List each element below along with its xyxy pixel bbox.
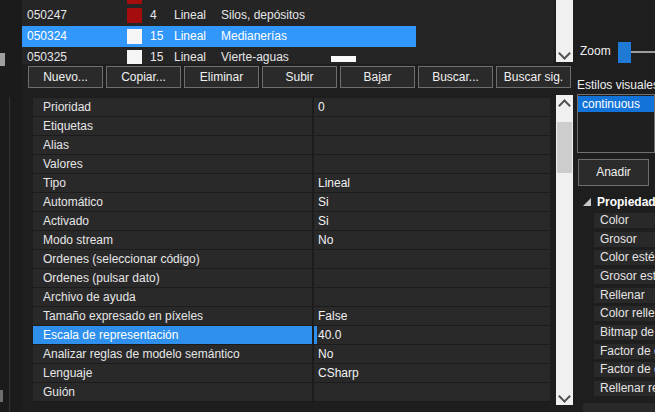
property-label: Etiquetas [33,117,314,135]
tree-item[interactable]: Bitmap de [594,325,655,340]
property-row[interactable]: Ordenes (pulsar dato) [33,269,550,288]
toolbar-button-eliminar[interactable]: Eliminar [184,66,259,88]
layer-name: Silos, depósitos [221,5,305,26]
property-value: Si [314,193,550,211]
layer-code: 050325 [27,47,67,64]
property-row[interactable]: Ordenes (seleccionar código) [33,250,550,269]
layer-list[interactable]: 0502474LinealSilos, depósitos05032415Lin… [22,0,554,64]
toolbar-button-copiar[interactable]: Copiar... [106,66,181,88]
property-label: Archivo de ayuda [33,288,314,306]
property-value: No [314,345,550,363]
layer-list-row[interactable]: 05032415LinealMedianerías [22,26,554,47]
layer-width: 4 [150,5,157,26]
property-row[interactable]: AutomáticoSi [33,193,550,212]
listbox-item[interactable]: continuous [578,96,654,112]
layer-width: 15 [150,47,163,64]
left-edge-divider [9,97,10,412]
layer-type: Lineal [174,47,206,64]
property-value [314,117,550,135]
property-row[interactable]: Prioridad0 [33,98,550,117]
toolbar-button-nuevo[interactable]: Nuevo... [28,66,103,88]
layer-color-swatch [127,8,142,23]
layer-type: Lineal [174,26,206,47]
tree-item[interactable]: Color estér [594,250,655,265]
property-row[interactable]: ActivadoSi [33,212,550,231]
left-edge-mark [0,390,3,402]
toolbar-button-buscar[interactable]: Buscar... [418,66,493,88]
property-value [314,136,550,154]
property-row[interactable]: LenguajeCSharp [33,364,550,383]
layer-width: 15 [150,26,163,47]
property-value: False [314,307,550,325]
toolbar-button-buscar-sig[interactable]: Buscar sig. [496,66,571,88]
layer-name: Vierte-aguas [221,47,289,64]
layer-list-row[interactable]: 0502474LinealSilos, depósitos [22,5,554,26]
toolbar-button-subir[interactable]: Subir [262,66,337,88]
tree-item[interactable]: Color [594,213,655,228]
visual-styles-listbox[interactable]: continuous [577,94,655,153]
property-value [314,155,550,173]
tree-item[interactable]: Grosor [594,232,655,247]
horizontal-scrollbar-thumb[interactable] [331,56,356,62]
property-value [314,383,550,401]
property-row[interactable]: Valores [33,155,550,174]
tree-item[interactable]: Rellenar re [594,381,655,396]
property-label: Activado [33,212,314,230]
scrollbar-thumb[interactable] [557,122,572,173]
property-grid-scrollbar[interactable] [556,95,573,405]
zoom-slider-track[interactable] [631,51,655,53]
properties-tree: ColorGrosorColor estérGrosor estéRellena… [594,213,655,395]
property-row[interactable]: Analizar reglas de modelo semánticoNo [33,345,550,364]
property-label: Lenguaje [33,364,314,382]
property-value: Si [314,212,550,230]
tree-item[interactable]: Rellenar [594,288,655,303]
scroll-up-icon[interactable] [558,99,571,112]
property-row[interactable]: Archivo de ayuda [33,288,550,307]
property-grid[interactable]: Prioridad0EtiquetasAliasValoresTipoLinea… [33,98,550,402]
property-row[interactable]: Guión [33,383,550,402]
layer-name: Medianerías [221,26,287,47]
property-row[interactable]: Alias [33,136,550,155]
layer-list-rows: 0502474LinealSilos, depósitos05032415Lin… [22,5,554,64]
property-value: 0 [314,98,550,116]
zoom-slider-handle[interactable] [618,42,631,63]
bottom-right-partial-row [583,403,655,412]
property-label: Tamaño expresado en píxeles [33,307,314,325]
layer-list-row[interactable]: 05032515LinealVierte-aguas [22,47,554,64]
property-label: Prioridad [33,98,314,116]
layer-list-scrollbar[interactable] [556,0,573,62]
property-row[interactable]: Etiquetas [33,117,550,136]
left-edge-scroll-fragment [0,53,5,66]
property-value: No [314,231,550,249]
property-label: Ordenes (pulsar dato) [33,269,314,287]
layer-color-swatch [127,29,142,44]
scroll-down-icon[interactable] [558,47,571,60]
tree-item[interactable]: Factor de e [594,344,655,359]
left-edge-panel [0,0,22,412]
property-label: Alias [33,136,314,154]
property-label: Ordenes (seleccionar código) [33,250,314,268]
tree-item[interactable]: Factor de e [594,362,655,377]
layer-code: 050324 [27,26,67,47]
tree-header-properties[interactable]: Propiedade [580,195,655,210]
property-value [314,269,550,287]
tree-item[interactable]: Color reller [594,306,655,321]
zoom-label: Zoom [580,44,611,58]
property-label: Escala de representación [33,326,314,344]
toolbar-button-bajar[interactable]: Bajar [340,66,415,88]
property-value: Lineal [314,174,550,192]
property-row[interactable]: Tamaño expresado en píxelesFalse [33,307,550,326]
property-value: 40.0 [314,326,550,344]
layer-code: 050247 [27,5,67,26]
property-label: Modo stream [33,231,314,249]
property-row[interactable]: Modo streamNo [33,231,550,250]
property-row[interactable]: Escala de representación40.0 [33,326,550,345]
property-label: Automático [33,193,314,211]
property-value [314,288,550,306]
tree-header-label: Propiedade [597,195,655,210]
add-button[interactable]: Anadir [578,159,649,186]
property-row[interactable]: TipoLineal [33,174,550,193]
scroll-down-icon[interactable] [558,390,571,403]
tree-expander-icon[interactable] [583,198,591,206]
tree-item[interactable]: Grosor esté [594,269,655,284]
